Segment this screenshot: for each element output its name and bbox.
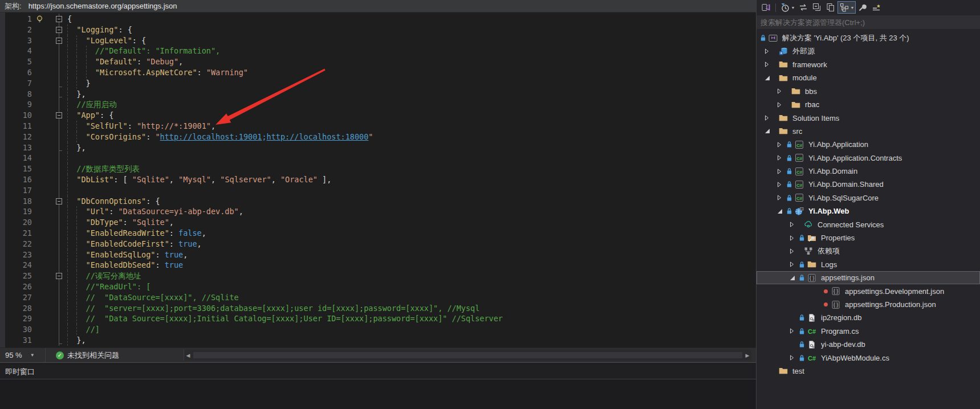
solution-search-input[interactable]	[757, 15, 980, 29]
tree-item-rbac[interactable]: rbac	[757, 98, 980, 111]
code-line[interactable]: 12"CorsOrigins": "http://localhost:19001…	[0, 132, 756, 142]
code-text[interactable]: // "Data Source=[xxxx];Initial Catalog=[…	[67, 313, 756, 324]
code-line[interactable]: 7}	[0, 78, 756, 89]
collapse-all-button[interactable]	[810, 1, 824, 14]
code-text[interactable]: "LogLevel": {	[67, 35, 756, 46]
fold-collapse-box[interactable]: −	[55, 271, 64, 281]
code-line[interactable]: 25−//读写分离地址	[0, 271, 756, 281]
tree-item-bbs[interactable]: bbs	[757, 85, 980, 98]
code-line[interactable]: 19"Url": "DataSource=yi-abp-dev.db",	[0, 206, 756, 217]
tree-item--[interactable]: 依赖项	[757, 244, 980, 257]
fold-collapse-box[interactable]: −	[55, 14, 64, 24]
code-line[interactable]: 6"Microsoft.AspNetCore": "Warning"	[0, 67, 756, 78]
code-text[interactable]: //]	[67, 324, 756, 335]
chevron-collapsed-icon[interactable]	[777, 88, 786, 94]
tree-item-appsettings-json[interactable]: { }appsettings.json	[757, 271, 980, 284]
tree-item-yi-abp-application-contracts[interactable]: C#Yi.Abp.Application.Contracts	[757, 152, 980, 165]
code-line[interactable]: 22"EnabledCodeFirst": true,	[0, 239, 756, 250]
tree-item-yi-abp-dev-db[interactable]: yi-abp-dev.db	[757, 338, 980, 351]
tree-item-appsettings-production-json[interactable]: { }appsettings.Production.json	[757, 298, 980, 311]
code-line[interactable]: 3−"LogLevel": {	[0, 35, 756, 46]
chevron-expanded-icon[interactable]	[790, 275, 799, 281]
code-line[interactable]: 26//"ReadUrl": [	[0, 281, 756, 292]
tree-item-program-cs[interactable]: C#Program.cs	[757, 325, 980, 338]
collapse-minus-icon[interactable]: −	[56, 198, 62, 204]
code-editor[interactable]: 1−{2−"Logging": {3−"LogLevel": {4//"Defa…	[0, 13, 756, 347]
code-line[interactable]: 15//数据库类型列表	[0, 163, 756, 174]
zoom-level-dropdown[interactable]: 95 % ▼	[0, 348, 46, 362]
chevron-collapsed-icon[interactable]	[790, 248, 799, 254]
code-line[interactable]: 17	[0, 185, 756, 196]
collapse-minus-icon[interactable]: −	[56, 38, 62, 44]
track-active-item-button[interactable]: ▼	[837, 1, 856, 14]
code-line[interactable]: 4//"Default": "Information",	[0, 46, 756, 56]
immediate-window-body[interactable]	[0, 379, 756, 409]
code-text[interactable]: "DbConnOptions": {	[67, 196, 756, 207]
code-line[interactable]: 10−"App": {	[0, 110, 756, 121]
schema-url-dropdown[interactable]: https://json.schemastore.org/appsettings…	[25, 0, 756, 12]
fold-collapse-box[interactable]: −	[55, 24, 64, 35]
chevron-expanded-icon[interactable]	[777, 208, 786, 214]
lightbulb-icon[interactable]	[35, 15, 44, 23]
properties-button[interactable]	[856, 1, 869, 14]
code-line[interactable]: 8},	[0, 89, 756, 100]
code-text[interactable]: // "server=[xxxx];port=3306;database=[xx…	[67, 303, 756, 314]
code-text[interactable]: "EnabledSqlLog": true,	[67, 250, 756, 260]
immediate-window-title[interactable]: 即时窗口	[0, 365, 756, 379]
code-line[interactable]: 24"EnabledDbSeed": true	[0, 260, 756, 271]
chevron-collapsed-icon[interactable]	[777, 155, 786, 161]
code-line[interactable]: 13},	[0, 142, 756, 153]
code-text[interactable]: "SelfUrl": "http://*:19001",	[67, 121, 756, 132]
chevron-collapsed-icon[interactable]	[765, 62, 774, 67]
code-text[interactable]: "DbList": [ "Sqlite", "Mysql", "Sqlserve…	[67, 174, 756, 185]
tree-item-framework[interactable]: framework	[757, 58, 980, 71]
tree-item-test[interactable]: test	[757, 365, 980, 378]
chevron-collapsed-icon[interactable]	[777, 102, 786, 108]
scroll-left-icon[interactable]: ◀	[184, 350, 192, 361]
code-text[interactable]: "EnabledDbSeed": true	[67, 260, 756, 271]
tree-item-ip2region-db[interactable]: ip2region.db	[757, 311, 980, 324]
horizontal-scrollbar[interactable]: ◀ ▶	[184, 350, 751, 361]
code-text[interactable]: }	[67, 78, 756, 89]
fold-collapse-box[interactable]: −	[55, 35, 64, 46]
tree-item-yi-abp-domain-shared[interactable]: C#Yi.Abp.Domain.Shared	[757, 178, 980, 191]
code-line[interactable]: 27// "DataSource=[xxxx]", //Sqlite	[0, 292, 756, 303]
chevron-collapsed-icon[interactable]	[790, 261, 799, 267]
chevron-collapsed-icon[interactable]	[765, 115, 774, 121]
pending-changes-filter-button[interactable]: ▼	[778, 1, 796, 14]
tree-item-yi-abp-sqlsugarcore[interactable]: C#Yi.Abp.SqlSugarCore	[757, 191, 980, 204]
show-all-files-button[interactable]	[824, 1, 837, 14]
tree-item--[interactable]: 外部源	[757, 44, 980, 58]
chevron-expanded-icon[interactable]	[765, 128, 774, 134]
code-text[interactable]	[67, 185, 756, 196]
code-text[interactable]: "Microsoft.AspNetCore": "Warning"	[67, 67, 756, 78]
tree-item-logs[interactable]: Logs	[757, 258, 980, 271]
collapse-minus-icon[interactable]: −	[56, 112, 62, 118]
chevron-collapsed-icon[interactable]	[777, 182, 786, 187]
scrollbar-thumb[interactable]	[193, 352, 742, 358]
code-line[interactable]: 1−{	[0, 14, 756, 24]
tree-item-yiabpwebmodule-cs[interactable]: C#YiAbpWebModule.cs	[757, 351, 980, 364]
tree-item-connected-services[interactable]: Connected Services	[757, 218, 980, 231]
chevron-collapsed-icon[interactable]	[790, 328, 799, 334]
code-text[interactable]: "Url": "DataSource=yi-abp-dev.db",	[67, 206, 756, 217]
tree-item-yi-abp-application[interactable]: C#Yi.Abp.Application	[757, 138, 980, 151]
tree-item-appsettings-development-json[interactable]: { }appsettings.Development.json	[757, 284, 980, 297]
chevron-collapsed-icon[interactable]	[777, 195, 786, 201]
code-line[interactable]: 2−"Logging": {	[0, 24, 756, 35]
tree-item-src[interactable]: src	[757, 125, 980, 138]
tree-item-properties[interactable]: Properties	[757, 231, 980, 244]
chevron-collapsed-icon[interactable]	[777, 169, 786, 174]
code-text[interactable]	[67, 153, 756, 163]
fold-collapse-box[interactable]: −	[55, 196, 64, 207]
code-line[interactable]: 30//]	[0, 324, 756, 335]
collapse-minus-icon[interactable]: −	[56, 16, 62, 22]
tree-item-yi-abp-domain[interactable]: C#Yi.Abp.Domain	[757, 165, 980, 178]
code-text[interactable]: "App": {	[67, 110, 756, 121]
code-line[interactable]: 20"DbType": "Sqlite",	[0, 217, 756, 228]
code-text[interactable]: "Default": "Debug",	[67, 56, 756, 67]
code-text[interactable]: },	[67, 335, 756, 346]
code-text[interactable]: "EnabledReadWrite": false,	[67, 228, 756, 239]
code-text[interactable]: },	[67, 89, 756, 100]
code-line[interactable]: 5"Default": "Debug",	[0, 56, 756, 67]
